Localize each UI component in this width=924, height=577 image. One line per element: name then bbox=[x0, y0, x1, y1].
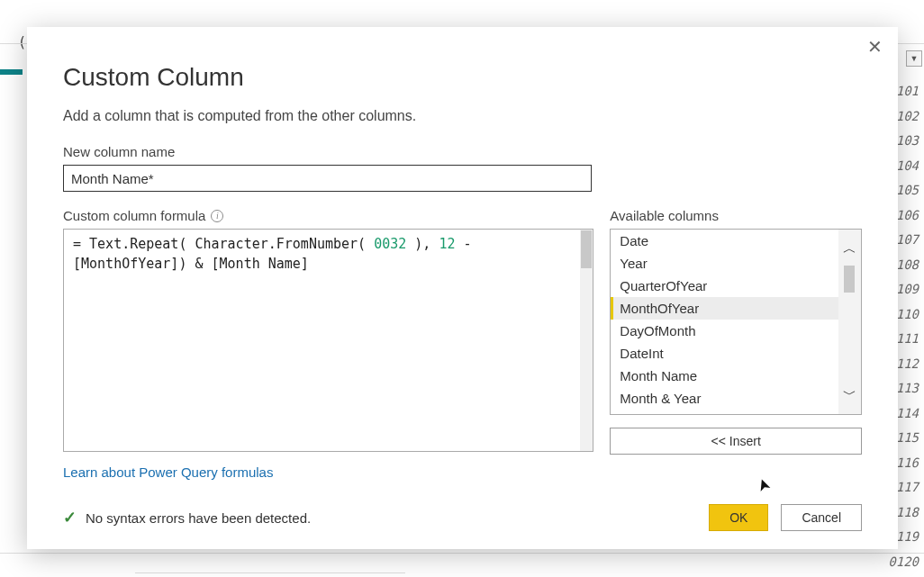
close-icon: ✕ bbox=[867, 36, 883, 58]
formula-scrollbar[interactable] bbox=[580, 230, 593, 451]
new-column-name-input[interactable] bbox=[63, 165, 592, 192]
cancel-button[interactable]: Cancel bbox=[781, 504, 862, 531]
check-icon: ✓ bbox=[63, 508, 77, 527]
insert-button[interactable]: << Insert bbox=[610, 428, 862, 455]
available-column-item[interactable]: Month Name bbox=[611, 365, 861, 387]
custom-column-dialog: ✕ Custom Column Add a column that is com… bbox=[27, 27, 898, 549]
chevron-down-icon: ▼ bbox=[910, 54, 919, 63]
new-column-name-label: New column name bbox=[63, 144, 862, 159]
scroll-down-icon[interactable]: ﹀ bbox=[843, 386, 856, 403]
available-column-item[interactable]: MonthOfYear bbox=[611, 297, 861, 320]
status-row: ✓ No syntax errors have been detected. bbox=[63, 508, 311, 527]
ok-button[interactable]: OK bbox=[709, 504, 768, 531]
available-columns-label: Available columns bbox=[610, 208, 862, 223]
available-scrollbar[interactable]: ︿ ﹀ bbox=[838, 230, 861, 414]
available-column-item[interactable]: QuarterOfYear bbox=[611, 275, 861, 297]
close-button[interactable]: ✕ bbox=[864, 36, 885, 58]
available-column-item[interactable]: DayOfMonth bbox=[611, 320, 861, 342]
dialog-title: Custom Column bbox=[63, 63, 862, 92]
formula-line-2: [MonthOfYear]) & [Month Name] bbox=[73, 255, 584, 275]
scroll-up-icon[interactable]: ︿ bbox=[843, 240, 856, 257]
dialog-subtitle: Add a column that is computed from the o… bbox=[63, 108, 862, 124]
learn-link[interactable]: Learn about Power Query formulas bbox=[63, 464, 593, 480]
available-columns-list[interactable]: DateYearQuarterOfYearMonthOfYearDayOfMon… bbox=[610, 229, 862, 415]
info-icon[interactable]: i bbox=[211, 210, 223, 222]
formula-line-1: = Text.Repeat( Character.FromNumber( 003… bbox=[73, 235, 584, 255]
background-bottom-divider-2 bbox=[135, 572, 405, 573]
available-column-item[interactable]: Year bbox=[611, 252, 861, 275]
formula-label: Custom column formula bbox=[63, 208, 205, 223]
available-column-item[interactable]: DateInt bbox=[611, 342, 861, 365]
status-text: No syntax errors have been detected. bbox=[86, 510, 311, 526]
formula-scroll-thumb[interactable] bbox=[581, 230, 592, 268]
background-bottom-divider bbox=[0, 553, 924, 554]
available-column-item[interactable]: Date bbox=[611, 230, 861, 252]
background-accent-bar bbox=[0, 69, 23, 75]
background-dropdown-button[interactable]: ▼ bbox=[906, 50, 922, 67]
available-scroll-thumb[interactable] bbox=[844, 266, 855, 293]
formula-input[interactable]: = Text.Repeat( Character.FromNumber( 003… bbox=[63, 229, 593, 452]
available-column-item[interactable]: Month & Year bbox=[611, 387, 861, 410]
